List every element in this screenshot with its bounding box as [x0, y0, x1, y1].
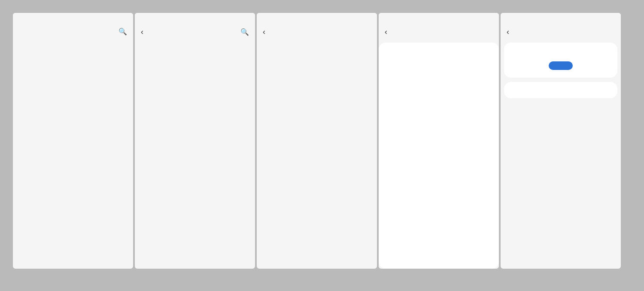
icon-row: [504, 46, 617, 51]
status-bar: [257, 13, 377, 23]
screen-4-reset-data: ‹: [379, 13, 499, 269]
status-bar: [379, 13, 499, 23]
accounts-intro: [382, 60, 495, 67]
footer-hint: [138, 73, 252, 83]
header: ‹: [379, 23, 499, 42]
screen-3-reset: ‹: [257, 13, 377, 269]
header: 🔍: [13, 23, 133, 42]
back-icon[interactable]: ‹: [141, 27, 143, 36]
status-bar: [13, 13, 133, 23]
header: ‹: [257, 23, 377, 42]
screen-1-settings: 🔍: [13, 13, 133, 269]
paren-note: [382, 53, 495, 60]
phone-row: 🔍 ‹ 🔍: [0, 0, 644, 269]
search-icon[interactable]: 🔍: [118, 27, 127, 36]
back-icon[interactable]: ‹: [385, 27, 387, 36]
intro-text: [382, 42, 495, 49]
screen-5-reset-data-confirm: ‹: [501, 13, 621, 269]
back-icon[interactable]: ‹: [507, 27, 509, 36]
status-bar: [135, 13, 255, 23]
status-bar: [501, 13, 621, 23]
bullet-list: [382, 49, 495, 53]
search-icon[interactable]: 🔍: [240, 28, 249, 36]
screen-2-general-settings: ‹ 🔍: [135, 13, 255, 269]
reset-button[interactable]: [549, 61, 573, 70]
back-icon[interactable]: ‹: [263, 27, 265, 36]
apps-intro: [504, 51, 617, 58]
header: ‹ 🔍: [135, 23, 255, 42]
header: ‹: [501, 23, 621, 42]
tip-section: [504, 82, 617, 98]
